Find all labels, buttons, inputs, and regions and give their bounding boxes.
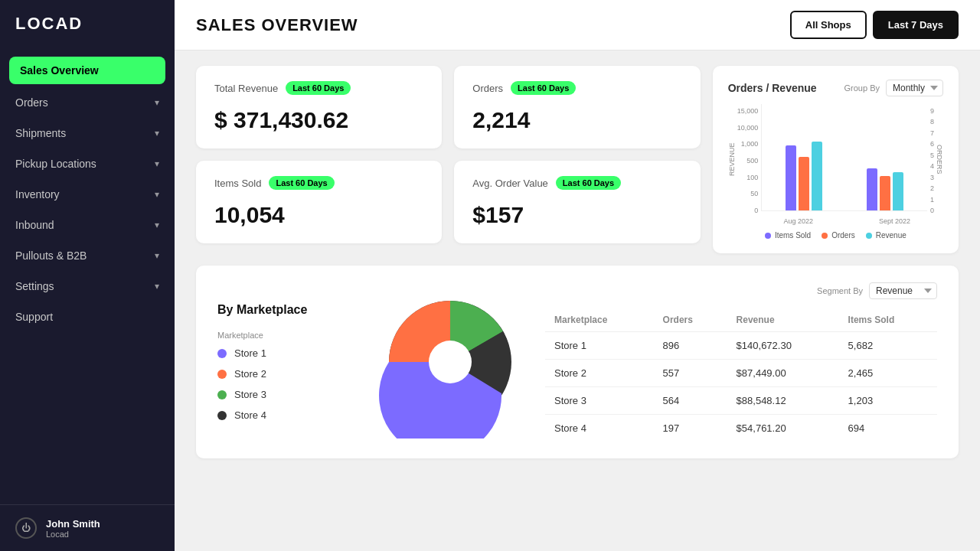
sept-orders-bar: [880, 176, 890, 210]
marketplace-left: By Marketplace Marketplace Store 1 Store…: [217, 303, 355, 421]
sidebar-item-label-orders: Orders: [15, 96, 48, 109]
sidebar-item-label-pullouts: Pullouts & B2B: [15, 249, 87, 262]
sept-revenue-bar: [893, 172, 903, 210]
x-labels: Aug 2022 Sept 2022: [728, 217, 943, 225]
segment-by-select[interactable]: Revenue Orders Items Sold: [869, 282, 937, 299]
table-row: Store 1896$140,672.305,682: [545, 332, 937, 360]
legend-dot-orders: [822, 233, 828, 239]
sept-bar-group: [849, 168, 921, 210]
legend-circle-store1: [217, 349, 227, 358]
all-shops-button[interactable]: All Shops: [790, 11, 867, 39]
table-row: Store 4197$54,761.20694: [545, 415, 937, 442]
group-by-label: Group By: [844, 83, 880, 93]
group-by-select[interactable]: Monthly Weekly Daily: [886, 80, 943, 96]
sidebar-item-inbound[interactable]: Inbound▾: [0, 210, 175, 240]
orders-badge: Last 60 Days: [511, 81, 576, 95]
orders-label: Orders: [472, 83, 503, 94]
user-org: Locad: [46, 530, 100, 539]
sidebar-item-support[interactable]: Support: [0, 302, 175, 332]
content-area: Total Revenue Last 60 Days $ 371,430.62 …: [175, 51, 980, 551]
chevron-down-icon: ▾: [155, 158, 159, 169]
table-row: Store 3564$88,548.121,203: [545, 387, 937, 415]
legend-store2: Store 2: [217, 368, 355, 380]
aug-revenue-bar: [812, 142, 822, 210]
col-revenue: Revenue: [727, 308, 839, 332]
period-button[interactable]: Last 7 Days: [873, 11, 959, 39]
segment-by-label: Segment By: [817, 286, 863, 295]
col-marketplace: Marketplace: [545, 308, 654, 332]
sidebar-item-label-settings: Settings: [15, 280, 54, 292]
items-sold-badge: Last 60 Days: [269, 176, 334, 190]
total-revenue-card: Total Revenue Last 60 Days $ 371,430.62: [196, 66, 442, 148]
sidebar-item-pickup-locations[interactable]: Pickup Locations▾: [0, 148, 175, 179]
legend-circle-store3: [217, 390, 227, 399]
header-actions: All Shops Last 7 Days: [790, 11, 959, 39]
sidebar-item-sales-overview[interactable]: Sales Overview: [9, 57, 165, 84]
sept-items-sold-bar: [867, 168, 877, 210]
marketplace-data-table: Marketplace Orders Revenue Items Sold St…: [545, 308, 937, 442]
sidebar-item-settings[interactable]: Settings▾: [0, 271, 175, 302]
sidebar: LOCAD Sales OverviewOrders▾Shipments▾Pic…: [0, 0, 175, 551]
legend-items-sold: Items Sold: [765, 231, 811, 240]
orders-card: Orders Last 60 Days 2,214: [454, 66, 700, 148]
chevron-down-icon: ▾: [155, 128, 159, 139]
items-sold-label: Items Sold: [214, 178, 261, 189]
avg-order-card: Avg. Order Value Last 60 Days $157: [454, 161, 700, 243]
sidebar-item-label-shipments: Shipments: [15, 127, 66, 139]
page-title: SALES OVERVIEW: [196, 15, 358, 35]
total-revenue-label: Total Revenue: [214, 83, 278, 94]
user-name: John Smith: [46, 518, 100, 530]
sidebar-item-orders[interactable]: Orders▾: [0, 87, 175, 118]
y-axis-right: 9876543210: [927, 107, 934, 214]
marketplace-table-section: Segment By Revenue Orders Items Sold Mar…: [545, 282, 937, 442]
main-content: SALES OVERVIEW All Shops Last 7 Days Tot…: [175, 0, 980, 551]
legend-store1: Store 1: [217, 347, 355, 359]
sidebar-item-label-support: Support: [15, 311, 53, 323]
pie-chart: [374, 285, 527, 439]
header: SALES OVERVIEW All Shops Last 7 Days: [175, 0, 980, 51]
y-right-label: ORDERS: [936, 106, 943, 213]
chevron-down-icon: ▾: [155, 250, 159, 261]
chevron-down-icon: ▾: [155, 220, 159, 230]
logo: LOCAD: [0, 0, 175, 47]
legend-revenue: Revenue: [866, 231, 906, 240]
y-axis-left: 15,00010,0001,000500100500: [737, 107, 762, 214]
nav-items: Sales OverviewOrders▾Shipments▾Pickup Lo…: [0, 47, 175, 504]
legend-circle-store4: [217, 411, 227, 420]
top-row: Total Revenue Last 60 Days $ 371,430.62 …: [196, 66, 959, 253]
legend-store3: Store 3: [217, 389, 355, 400]
total-revenue-badge: Last 60 Days: [286, 81, 351, 95]
sidebar-footer: ⏻ John Smith Locad: [0, 504, 175, 551]
avg-order-label: Avg. Order Value: [472, 178, 548, 189]
legend-orders: Orders: [822, 231, 855, 240]
col-items-sold: Items Sold: [839, 308, 937, 332]
chevron-down-icon: ▾: [155, 97, 159, 108]
marketplace-legend: Store 1 Store 2 Store 3 Store 4: [217, 347, 355, 421]
marketplace-title: By Marketplace: [217, 303, 355, 317]
table-row: Store 2557$87,449.002,465: [545, 360, 937, 387]
orders-revenue-chart-card: Orders / Revenue Group By Monthly Weekly…: [713, 66, 959, 253]
bar-chart: REVENUE 15,00010,0001,000500100500: [728, 104, 943, 225]
sidebar-item-label-inventory: Inventory: [15, 188, 60, 201]
chevron-down-icon: ▾: [155, 281, 159, 292]
legend-circle-store2: [217, 370, 227, 379]
segment-by: Segment By Revenue Orders Items Sold: [545, 282, 937, 299]
legend-store4: Store 4: [217, 409, 355, 421]
avg-order-badge: Last 60 Days: [556, 176, 621, 190]
sidebar-item-shipments[interactable]: Shipments▾: [0, 118, 175, 148]
items-sold-value: 10,054: [214, 202, 423, 228]
sidebar-item-inventory[interactable]: Inventory▾: [0, 179, 175, 210]
aug-orders-bar: [799, 157, 809, 210]
chart-legend: Items Sold Orders Revenue: [728, 231, 943, 240]
chevron-down-icon: ▾: [155, 189, 159, 200]
sidebar-item-pullouts[interactable]: Pullouts & B2B▾: [0, 240, 175, 271]
legend-dot-items-sold: [765, 233, 771, 239]
power-icon[interactable]: ⏻: [15, 517, 37, 539]
sidebar-item-label-inbound: Inbound: [15, 219, 54, 231]
col-orders: Orders: [654, 308, 727, 332]
aug-bar-group: [768, 142, 840, 210]
marketplace-card: By Marketplace Marketplace Store 1 Store…: [196, 266, 959, 458]
avg-order-value: $157: [472, 202, 681, 228]
bars-area: [761, 104, 927, 211]
legend-dot-revenue: [866, 233, 872, 239]
